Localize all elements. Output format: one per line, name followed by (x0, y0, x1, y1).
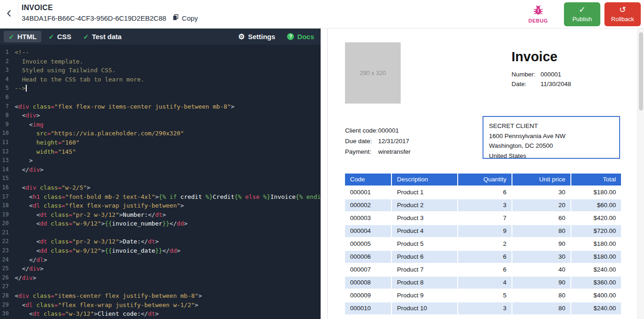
code-line[interactable]: 21 (0, 228, 321, 238)
code-line[interactable]: 2 Invoice template. (0, 57, 321, 66)
tab-html[interactable]: ✓ HTML (4, 31, 41, 42)
code-line[interactable]: 27 (0, 282, 321, 291)
copy-button[interactable]: Copy (172, 13, 198, 23)
invoice-meta: Number: 000001 Date: 11/30/2048 (512, 70, 622, 89)
code-line[interactable]: 19 <dt class="pr-2 w-3/12">Number:</dt> (0, 210, 321, 220)
address-line: United States (489, 151, 614, 161)
tab-css[interactable]: ✓ CSS (43, 31, 76, 42)
table-cell: $420.00 (571, 212, 621, 224)
meta-label: Date: (512, 79, 540, 89)
tab-html-label: HTML (17, 33, 37, 41)
due-date: 12/31/2017 (378, 136, 409, 146)
tab-test-data[interactable]: ✓ Test data (78, 31, 126, 42)
table-cell: 3 (458, 199, 512, 211)
table-cell: $360.00 (571, 277, 621, 289)
code-line[interactable]: 9 <img (0, 120, 321, 129)
table-cell: 000005 (345, 238, 391, 250)
invoice-header: Invoice Number: 000001 Date: 11/30/2048 (512, 49, 622, 89)
code-line[interactable]: 12 width="145" (0, 147, 321, 157)
code-line[interactable]: 24 </dl> (0, 255, 321, 265)
code-line[interactable]: 13 > (0, 156, 321, 165)
publish-button[interactable]: ✓ Publish (564, 2, 600, 26)
pane-divider (327, 29, 328, 319)
code-line[interactable]: 22 <dt class="pr-2 w-3/12">Date:</dt> (0, 237, 321, 246)
table-cell: 3 (458, 302, 512, 314)
settings-button[interactable]: ⚙ Settings (238, 32, 276, 41)
code-line[interactable]: 7<div class="flex flex-row items-center … (0, 102, 321, 111)
code-line[interactable]: 25 </div> (0, 264, 321, 273)
code-line[interactable]: 20 <dd class="w-9/12">{{invoice_number}}… (0, 219, 321, 228)
line-number: 3 (0, 66, 15, 75)
bug-icon (532, 5, 544, 17)
table-cell: $360.00 (571, 315, 621, 319)
code-line[interactable]: 3 Styled using Tailwind CSS. (0, 66, 321, 75)
line-number: 30 (0, 309, 15, 319)
client-info: Client code: 000001 Due date: 12/31/2017… (345, 125, 465, 157)
back-button[interactable] (0, 0, 18, 28)
table-cell: 4 (458, 277, 512, 289)
line-number: 23 (0, 246, 15, 255)
table-cell: 5 (458, 290, 512, 302)
column-header: Code (345, 174, 391, 186)
table-cell: 30 (512, 251, 570, 263)
line-number: 16 (0, 183, 15, 192)
code-line[interactable]: 15 (0, 174, 321, 183)
code-line[interactable]: 28<div class="items-center flex justify-… (0, 291, 321, 301)
table-cell: 000010 (345, 302, 391, 314)
table-cell: Product 3 (392, 212, 457, 224)
check-icon: ✓ (9, 33, 14, 41)
table-cell: Product 6 (392, 251, 457, 263)
gear-icon: ⚙ (238, 32, 245, 41)
rollback-label: Rollback (611, 16, 634, 23)
client-code: 000001 (378, 125, 399, 136)
client-label: Due date: (345, 136, 378, 146)
column-header: Unit price (512, 174, 570, 186)
publish-label: Publish (572, 16, 592, 23)
code-line[interactable]: 11 height="160" (0, 138, 321, 147)
column-header: Description (392, 174, 457, 186)
code-line[interactable]: 26</div> (0, 273, 321, 283)
line-number: 22 (0, 237, 15, 246)
line-number: 1 (0, 48, 15, 57)
table-cell: $180.00 (571, 251, 621, 263)
code-line[interactable]: 18 <dl class="flex flex-wrap justify-bet… (0, 201, 321, 210)
scrollbar-thumb[interactable] (639, 32, 643, 110)
preview-scrollbar[interactable] (638, 29, 644, 319)
code-line[interactable]: 29 <dl class="flex flex-wrap justify-bet… (0, 301, 321, 310)
line-number: 15 (0, 174, 15, 183)
payment-method: wiretransfer (378, 146, 411, 157)
rollback-button[interactable]: ↺ Rollback (604, 2, 641, 26)
chevron-left-icon (5, 9, 14, 20)
line-number: 21 (0, 228, 15, 238)
code-line[interactable]: 4 Head to the CSS tab to learn more. (0, 75, 321, 84)
docs-button[interactable]: ? Docs (287, 33, 314, 41)
line-number: 4 (0, 75, 15, 84)
column-header: Quantity (458, 174, 512, 186)
code-line[interactable]: 23 <dd class="w-9/12">{{invoice_date}}</… (0, 246, 321, 255)
meta-label: Number: (512, 70, 540, 80)
table-cell: Product 4 (392, 225, 457, 237)
code-line[interactable]: 17 <h1 class="font-bold mb-2 text-4xl">{… (0, 192, 321, 202)
template-editor-app: INVOICE 34BDA1F6-B66C-4CF3-956D-6C19D2EB… (0, 0, 644, 319)
code-line[interactable]: 16 <div class="w-2/5"> (0, 183, 321, 192)
table-cell: 80 (512, 225, 570, 237)
table-cell: $60.00 (571, 199, 621, 211)
preview-pane: 290 x 320 Invoice Number: 000001 Date: 1… (321, 29, 644, 319)
tab-css-label: CSS (57, 33, 71, 41)
code-line[interactable]: 14 </div> (0, 165, 321, 174)
code-line[interactable]: 30 <dt class="w-3/12">Client code:</dt> (0, 309, 321, 319)
code-line[interactable]: 8 <div> (0, 111, 321, 120)
invoice-date: 11/30/2048 (540, 79, 571, 89)
rollback-icon: ↺ (619, 6, 626, 15)
debug-button[interactable]: DEBUG (529, 5, 548, 23)
table-cell: $240.00 (571, 302, 621, 314)
code-line[interactable]: 6 (0, 93, 321, 102)
editor-tab-bar: ✓ HTML ✓ CSS ✓ Test data ⚙ Settings ? Do… (0, 29, 321, 45)
table-cell: Product 11 (392, 315, 457, 319)
code-line[interactable]: 5--> (0, 84, 321, 93)
table-cell: $180.00 (571, 186, 621, 198)
table-cell: 000009 (345, 290, 391, 302)
code-editor[interactable]: 1<!--2 Invoice template.3 Styled using T… (0, 45, 321, 319)
code-line[interactable]: 1<!-- (0, 48, 321, 57)
code-line[interactable]: 10 src="https://via.placeholder.com/290x… (0, 129, 321, 138)
